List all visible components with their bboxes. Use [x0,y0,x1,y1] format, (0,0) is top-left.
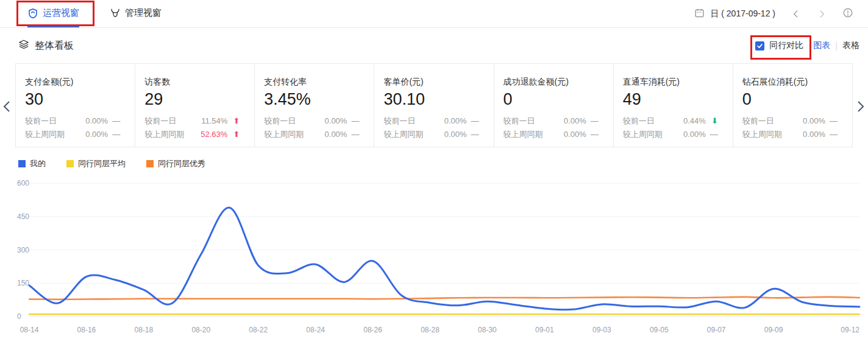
tab-label: 管理视窗 [125,7,162,19]
kpi-compare-label: 较前一日 [503,114,535,128]
kpi-value: 0 [742,90,852,109]
kpi-compare-row: 较前一日0.00%— [503,114,613,128]
kpi-compare-row: 较上周同期0.00%— [623,128,733,141]
kpi-compare-label: 较上周同期 [25,128,65,141]
trend-chart-wrap: 015030045060008-1408-1608-1808-2008-2208… [0,172,868,345]
board-bar: 整体看板 同行对比 图表 | 表格 [0,28,868,63]
kpi-value: 3.45% [264,90,374,109]
tab-label: 运营视窗 [43,7,79,19]
kpi-compare-label: 较前一日 [25,114,57,128]
x-axis-label: 08-16 [77,326,96,334]
legend-swatch [18,160,26,167]
date-label: 日 ( 2017-09-12 ) [710,9,775,19]
kpi-cards-row: 支付金额(元)30较前一日0.00%—较上周同期0.00%—访客数29较前一日1… [15,63,853,147]
trend-flat-icon: — [586,114,599,128]
tab-operations-view[interactable]: 运营视窗 [27,0,79,27]
x-axis-label: 09-05 [650,326,669,334]
trend-up-icon: ⬆ [227,128,240,141]
kpi-compare-value: 0.00% [444,114,467,128]
kpi-card[interactable]: 成功退款金额(元)0较前一日0.00%—较上周同期0.00%— [494,64,614,147]
kpi-compare-row: 较前一日0.00%— [742,114,852,128]
board-title: 整体看板 [18,39,74,52]
kpi-card[interactable]: 客单价(元)30.10较前一日0.00%—较上周同期0.00%— [374,64,494,147]
kpi-compare-value: 0.44% [683,114,706,128]
y-axis-label: 450 [17,212,29,221]
legend-item[interactable]: 我的 [18,158,46,169]
x-axis-label: 09-12 [841,326,859,334]
next-date-button[interactable] [817,9,827,19]
kpi-compare-value: 0.00% [803,114,825,128]
legend-item[interactable]: 同行同层优秀 [146,158,205,169]
calendar-icon [694,8,705,20]
date-picker[interactable]: 日 ( 2017-09-12 ) [694,8,775,20]
cards-prev-arrow-icon[interactable] [2,100,12,116]
trend-chart: 015030045060008-1408-1608-1808-2008-2208… [0,172,868,345]
view-table-button[interactable]: 表格 [842,40,859,51]
kpi-compare-row: 较前一日0.00%— [25,114,135,128]
kpi-value: 29 [144,90,254,109]
kpi-compare-label: 较上周同期 [742,128,782,141]
y-axis-label: 0 [17,312,21,321]
kpi-compare-row: 较前一日0.44%⬇ [623,114,733,128]
y-axis-label: 150 [17,279,29,287]
kpi-compare-row: 较上周同期0.00%— [742,128,852,141]
trend-up-icon: ⬆ [227,114,240,128]
kpi-compare-value: 52.63% [201,128,227,141]
view-toggle-divider: | [835,41,838,51]
kpi-compare-value: 0.00% [85,114,108,128]
page-title: 整体看板 [35,40,74,52]
view-toggle: 图表 | 表格 [813,40,859,51]
kpi-title: 钻石展位消耗(元) [742,77,852,88]
x-axis-label: 08-24 [306,326,325,334]
kpi-title: 访客数 [144,77,254,88]
kpi-card[interactable]: 直通车消耗(元)49较前一日0.44%⬇较上周同期0.00%— [614,64,733,147]
view-chart-button[interactable]: 图表 [813,40,830,51]
cards-next-arrow-icon[interactable] [855,100,866,116]
kpi-compare-row: 较上周同期0.00%— [383,128,493,141]
kpi-compare-value: 0.00% [564,128,586,141]
kpi-card[interactable]: 访客数29较前一日11.54%⬆较上周同期52.63%⬆ [135,64,255,147]
trend-flat-icon: — [108,128,120,141]
x-axis-label: 08-14 [20,326,39,334]
x-axis-label: 09-03 [592,326,611,334]
kpi-title: 支付金额(元) [25,77,135,88]
trend-flat-icon: — [706,128,718,141]
peer-compare-toggle[interactable]: 同行对比 [755,40,803,51]
kpi-value: 30 [25,90,135,109]
legend-label: 我的 [30,158,46,169]
kpi-compare-label: 较前一日 [383,114,415,128]
trend-flat-icon: — [586,128,599,141]
peer-compare-label: 同行对比 [769,40,803,51]
kpi-compare-label: 较前一日 [742,114,774,128]
x-axis-label: 08-22 [249,326,268,334]
kpi-compare-row: 较前一日0.00%— [383,114,493,128]
kpi-compare-value: 0.00% [683,128,706,141]
kpi-compare-label: 较上周同期 [623,128,663,141]
kpi-compare-value: 0.00% [803,128,825,141]
kpi-compare-row: 较上周同期0.00%— [25,128,135,141]
kpi-card[interactable]: 支付金额(元)30较前一日0.00%—较上周同期0.00%— [16,64,135,147]
prev-date-button[interactable] [791,9,801,19]
kpi-compare-value: 0.00% [444,128,467,141]
info-icon[interactable] [842,7,853,21]
tab-management-view[interactable]: 管理视窗 [110,0,162,27]
trend-flat-icon: — [108,114,120,128]
legend-item[interactable]: 同行同层平均 [66,158,126,169]
kpi-compare-label: 较上周同期 [383,128,423,141]
y-axis-label: 300 [17,246,29,254]
kpi-value: 0 [503,90,613,109]
legend-swatch [146,160,154,167]
legend-label: 同行同层平均 [78,158,126,169]
kpi-card[interactable]: 支付转化率3.45%较前一日0.00%—较上周同期0.00%— [255,64,374,147]
trend-flat-icon: — [347,128,359,141]
kpi-compare-label: 较上周同期 [264,128,304,141]
kpi-compare-label: 较前一日 [144,114,176,128]
header-right: 日 ( 2017-09-12 ) [694,0,853,27]
peer-compare-checkbox[interactable] [755,41,764,51]
kpi-card[interactable]: 钻石展位消耗(元)0较前一日0.00%—较上周同期0.00%— [733,64,852,147]
kpi-compare-row: 较前一日11.54%⬆ [144,114,254,128]
kpi-value: 49 [623,90,733,109]
board-controls: 同行对比 图表 | 表格 [755,40,859,51]
top-header: 运营视窗 管理视窗 日 ( 2017-09-12 ) [0,0,868,28]
shield-icon [27,8,38,19]
